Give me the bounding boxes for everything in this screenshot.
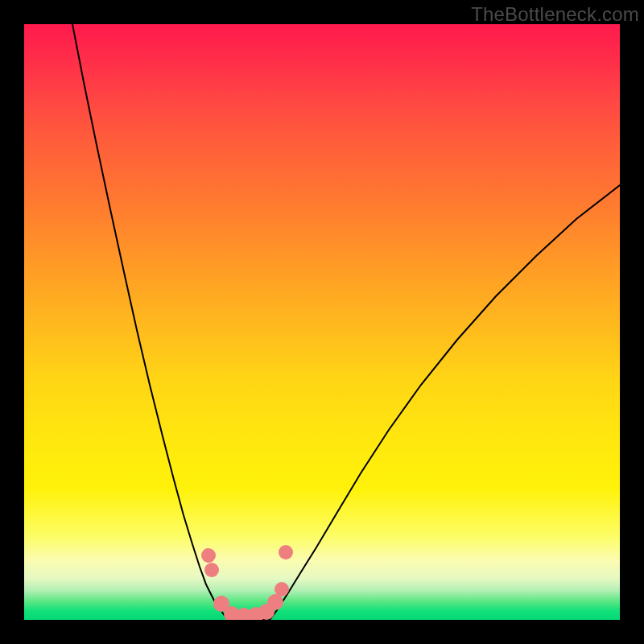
bottleneck-curve — [72, 24, 620, 620]
marker-dot — [267, 594, 283, 610]
curve-markers — [201, 545, 293, 620]
marker-dot — [275, 582, 289, 597]
curve-svg — [24, 24, 620, 620]
watermark-text: TheBottleneck.com — [471, 3, 639, 26]
marker-dot — [279, 545, 293, 559]
marker-dot — [204, 563, 219, 577]
outer-frame: TheBottleneck.com — [0, 0, 644, 644]
plot-area — [24, 24, 620, 620]
marker-dot — [201, 548, 216, 563]
